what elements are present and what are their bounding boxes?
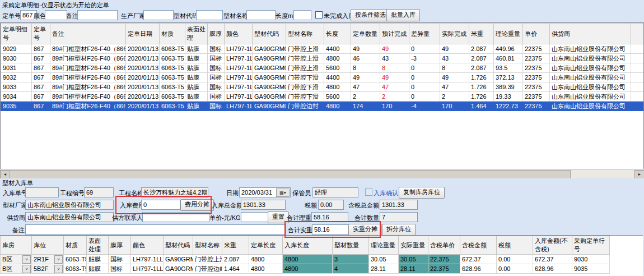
- table-cell[interactable]: 9035: [1, 102, 32, 111]
- table-cell[interactable]: B区˅: [1, 264, 32, 274]
- dropdown-arrow-icon[interactable]: ˅: [22, 265, 31, 273]
- table-cell[interactable]: 4800: [283, 255, 333, 264]
- table-cell[interactable]: 0: [409, 63, 440, 73]
- table-cell[interactable]: 2.087: [469, 54, 494, 63]
- table-cell[interactable]: 49: [380, 73, 409, 82]
- unit-price-field[interactable]: [241, 212, 269, 222]
- table-row[interactable]: 903086789#门框型材F26-F40（866+867）2020/01/13…: [1, 54, 644, 63]
- date-field[interactable]: 2020/03/31 ▦▾: [239, 187, 291, 197]
- table-cell[interactable]: 门带腔上滑: [286, 44, 324, 54]
- total-amount-field[interactable]: 1301.33: [241, 200, 286, 210]
- table-cell[interactable]: 9034: [1, 92, 32, 102]
- table-cell[interactable]: [631, 63, 644, 73]
- project-name-field[interactable]: 长沙万科魅力之城4.2期: [141, 187, 208, 197]
- scrollbar-thumb[interactable]: [10, 170, 571, 179]
- copy-warehouse-button[interactable]: 复制库房库位: [399, 187, 445, 199]
- table-cell[interactable]: 19.33: [494, 92, 523, 102]
- table-cell[interactable]: 47: [380, 82, 409, 92]
- table-cell[interactable]: 672.37: [533, 255, 572, 264]
- table-cell[interactable]: 门带腔上滑: [286, 63, 324, 73]
- table-cell[interactable]: LH797-1LL0: [225, 73, 253, 82]
- table-cell[interactable]: [631, 54, 644, 63]
- table-cell[interactable]: GA90GRM03: [253, 63, 286, 73]
- table-cell[interactable]: 89#门框型材F26-F40（866+867）: [50, 82, 126, 92]
- table-cell[interactable]: 49: [380, 44, 409, 54]
- table-cell[interactable]: 4800: [324, 82, 351, 92]
- table-cell[interactable]: 2: [380, 92, 409, 102]
- table-cell[interactable]: 867: [32, 63, 50, 73]
- table-cell[interactable]: 贴膜: [185, 82, 208, 92]
- table-cell[interactable]: 89#门框型材F26-F40（866+867）: [50, 73, 126, 82]
- table-cell[interactable]: -3: [409, 54, 440, 63]
- table-cell[interactable]: 1.464: [222, 264, 249, 274]
- table-cell[interactable]: LH797-1LL0: [131, 264, 164, 274]
- table-cell[interactable]: 89#门框型材F26-F40（866+867）: [50, 63, 126, 73]
- table-cell[interactable]: 0: [409, 73, 440, 82]
- table-cell[interactable]: 2.087: [469, 63, 494, 73]
- filter-by-condition-button[interactable]: 按条件筛选: [351, 9, 390, 21]
- table-cell[interactable]: 22375: [523, 82, 550, 92]
- table-cell[interactable]: 22375: [523, 54, 550, 63]
- table-row[interactable]: B区˅5B2F˅6063-T5贴膜国标LH797-1LL0GA90GRM05门带…: [1, 264, 610, 274]
- table-cell[interactable]: 2.087: [222, 255, 249, 264]
- table-cell[interactable]: 贴膜: [185, 44, 208, 54]
- total-with-tax-field[interactable]: 1301.33: [380, 200, 418, 210]
- table-cell[interactable]: 22375: [523, 102, 550, 111]
- table-cell[interactable]: 170: [440, 102, 469, 111]
- table-cell[interactable]: 山东南山铝业股份有限公司: [550, 92, 631, 102]
- table-cell[interactable]: 2R1F˅: [32, 255, 64, 264]
- table-cell[interactable]: 1.726: [469, 82, 494, 92]
- table-cell[interactable]: 门带腔边封: [286, 102, 324, 111]
- table-cell[interactable]: 山东南山铝业股份有限公司: [550, 102, 631, 111]
- actual-allocate-button[interactable]: 实重分摊: [348, 224, 382, 236]
- table-cell[interactable]: 2020/01/13: [126, 44, 160, 54]
- split-warehouse-button[interactable]: 拆分库位: [382, 224, 416, 236]
- table-cell[interactable]: 1.726: [469, 92, 494, 102]
- profile-name-filter-input[interactable]: [246, 10, 276, 20]
- table-cell[interactable]: LH797-1LL0: [225, 54, 253, 63]
- table-cell[interactable]: 5600: [324, 63, 351, 73]
- table-cell[interactable]: 山东南山铝业股份有限公司: [550, 54, 631, 63]
- remark-field[interactable]: [25, 224, 286, 234]
- table-cell[interactable]: 89#门框型材F26-F40（866+867）: [50, 54, 126, 63]
- table-cell[interactable]: 8: [380, 63, 409, 73]
- table-cell[interactable]: 0.00: [497, 264, 533, 274]
- table-cell[interactable]: 28.11: [369, 264, 399, 274]
- table-cell[interactable]: 6063-T5: [64, 264, 87, 274]
- batch-inbound-button[interactable]: 批量入库: [386, 9, 420, 21]
- calendar-dropdown-button[interactable]: ▦▾: [276, 188, 290, 197]
- inbound-confirm-checkbox[interactable]: [365, 188, 372, 196]
- table-cell[interactable]: 867: [32, 44, 50, 54]
- table-cell[interactable]: 5B2F˅: [32, 264, 64, 274]
- unfinished-checkbox[interactable]: [315, 11, 323, 19]
- table-cell[interactable]: 山东南山铝业股份有限公司: [550, 44, 631, 54]
- table-cell[interactable]: 国标: [208, 82, 225, 92]
- table-cell[interactable]: 9030: [1, 54, 32, 63]
- table-cell[interactable]: 4800: [324, 54, 351, 63]
- table-cell[interactable]: 2020/01/13: [126, 54, 160, 63]
- table-cell[interactable]: 6063-T5: [160, 44, 185, 54]
- table-cell[interactable]: GA90GRM05: [164, 264, 193, 274]
- table-cell[interactable]: 2.087: [469, 44, 494, 54]
- table-cell[interactable]: 2020/01/13: [126, 102, 160, 111]
- table-cell[interactable]: 9031: [1, 63, 32, 73]
- table-cell[interactable]: 6063-T5: [160, 92, 185, 102]
- total-qty-field[interactable]: 7: [380, 212, 418, 222]
- table-cell[interactable]: GA90GRM05: [253, 102, 286, 111]
- table-cell[interactable]: 6063-T5: [160, 63, 185, 73]
- table-cell[interactable]: 国标: [208, 102, 225, 111]
- table-cell[interactable]: 国标: [208, 73, 225, 82]
- supplier-field[interactable]: 山东南山铝业股份有限公司: [25, 212, 114, 222]
- table-cell[interactable]: 1.464: [469, 102, 494, 111]
- table-cell[interactable]: 49: [351, 44, 380, 54]
- table-cell[interactable]: 49: [351, 73, 380, 82]
- table-cell[interactable]: 2020/01/13: [126, 92, 160, 102]
- table-cell[interactable]: 2020/01/13: [126, 73, 160, 82]
- table-cell[interactable]: LH797-1LL0: [131, 255, 164, 264]
- table-cell[interactable]: 山东南山铝业股份有限公司: [550, 82, 631, 92]
- table-cell[interactable]: 30.05: [399, 255, 428, 264]
- table-cell[interactable]: 9032: [1, 73, 32, 82]
- table-cell[interactable]: LH797-1LL0: [225, 102, 253, 111]
- table-cell[interactable]: 372.13: [494, 73, 523, 82]
- table-cell[interactable]: 867: [32, 102, 50, 111]
